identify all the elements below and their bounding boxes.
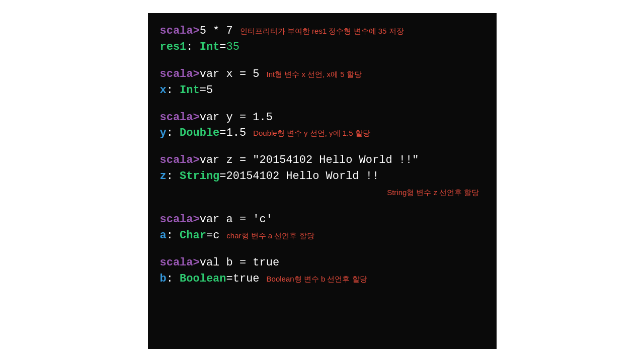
input-code-1: 5 * 7 (200, 23, 233, 39)
prompt-2: scala> (160, 66, 200, 82)
annotation-3: Double형 변수 y 선언, y에 1.5 할당 (253, 128, 370, 139)
input-code-3: var y = 1.5 (200, 110, 273, 126)
prompt-1: scala> (160, 23, 200, 39)
result-type-1: Int (200, 39, 220, 55)
result-colon-4: : (167, 168, 173, 185)
result-type-5: Char (180, 228, 206, 244)
code-block-5: scala> var a = 'c' a : Char = c char형 변수… (160, 212, 485, 244)
input-code-5: var a = 'c' (200, 212, 273, 228)
input-line-5: scala> var a = 'c' (160, 212, 485, 228)
result-type-4: String (180, 168, 219, 185)
result-value-3: 1.5 (226, 125, 247, 141)
terminal-window: scala> 5 * 7 인터프리터가 부여한 res1 정수형 변수에 35 … (148, 13, 497, 349)
result-name-4: z (160, 168, 167, 185)
result-name-5: a (160, 228, 167, 244)
code-block-3: scala> var y = 1.5 y : Double = 1.5 Doub… (160, 110, 485, 142)
result-colon-3: : (167, 125, 173, 141)
result-line-6: b : Boolean = true Boolean형 변수 b 선언후 할당 (160, 271, 485, 287)
annotation-2: Int형 변수 x 선언, x에 5 할당 (267, 69, 362, 80)
input-line-2: scala> var x = 5 Int형 변수 x 선언, x에 5 할당 (160, 66, 485, 82)
input-line-1: scala> 5 * 7 인터프리터가 부여한 res1 정수형 변수에 35 … (160, 23, 485, 39)
result-space-6 (173, 271, 180, 287)
result-value-2: 5 (206, 82, 213, 99)
input-line-6: scala> val b = true (160, 255, 485, 271)
annotation-below-4: String형 변수 z 선언후 할당 (160, 185, 485, 201)
result-value-6: true (233, 271, 260, 287)
result-line-1: res1 : Int = 35 (160, 39, 485, 55)
result-name-2: x (160, 82, 167, 99)
result-type-6: Boolean (180, 271, 226, 287)
result-eq-4: = (219, 168, 226, 185)
result-eq-5: = (206, 228, 213, 244)
code-block-2: scala> var x = 5 Int형 변수 x 선언, x에 5 할당 x… (160, 66, 485, 99)
code-block-6: scala> val b = true b : Boolean = true B… (160, 255, 485, 287)
input-code-6: val b = true (200, 255, 279, 271)
result-name-1: res1 (160, 39, 187, 55)
result-eq-3: = (219, 125, 226, 141)
result-value-4: 20154102 Hello World !! (226, 168, 379, 185)
input-line-4: scala> var z = "20154102 Hello World !!" (160, 152, 485, 168)
result-line-5: a : Char = c char형 변수 a 선언후 할당 (160, 228, 485, 244)
annotation-6: Boolean형 변수 b 선언후 할당 (267, 274, 367, 285)
result-space-5 (173, 228, 180, 244)
result-colon-6: : (167, 271, 173, 287)
result-line-2: x : Int = 5 (160, 82, 485, 99)
result-space-1 (193, 39, 200, 55)
result-type-3: Double (180, 125, 219, 141)
result-value-5: c (213, 228, 219, 244)
prompt-3: scala> (160, 110, 200, 126)
result-name-3: y (160, 125, 167, 141)
result-line-3: y : Double = 1.5 Double형 변수 y 선언, y에 1.5… (160, 125, 485, 141)
result-space-3 (173, 125, 180, 141)
code-block-4: scala> var z = "20154102 Hello World !!"… (160, 152, 485, 201)
prompt-5: scala> (160, 212, 200, 228)
terminal-content: scala> 5 * 7 인터프리터가 부여한 res1 정수형 변수에 35 … (160, 23, 485, 287)
result-colon-1: : (186, 39, 193, 55)
result-eq-1: = (219, 39, 226, 55)
result-space-4 (173, 168, 180, 185)
result-eq-6: = (226, 271, 233, 287)
code-block-1: scala> 5 * 7 인터프리터가 부여한 res1 정수형 변수에 35 … (160, 23, 485, 55)
prompt-4: scala> (160, 152, 200, 168)
annotation-text-4: String형 변수 z 선언후 할당 (387, 188, 479, 197)
result-space-2 (173, 82, 180, 99)
input-line-3: scala> var y = 1.5 (160, 110, 485, 126)
result-colon-2: : (167, 82, 173, 99)
result-line-4: z : String = 20154102 Hello World !! (160, 168, 485, 185)
result-type-2: Int (180, 82, 200, 99)
result-value-1: 35 (226, 39, 239, 55)
result-name-6: b (160, 271, 167, 287)
result-eq-2: = (200, 82, 206, 99)
annotation-1: 인터프리터가 부여한 res1 정수형 변수에 35 저장 (240, 26, 404, 37)
input-code-2: var x = 5 (200, 66, 260, 82)
annotation-5: char형 변수 a 선언후 할당 (226, 230, 314, 241)
prompt-6: scala> (160, 255, 200, 271)
result-colon-5: : (167, 228, 173, 244)
input-code-4: var z = "20154102 Hello World !!" (200, 152, 419, 168)
